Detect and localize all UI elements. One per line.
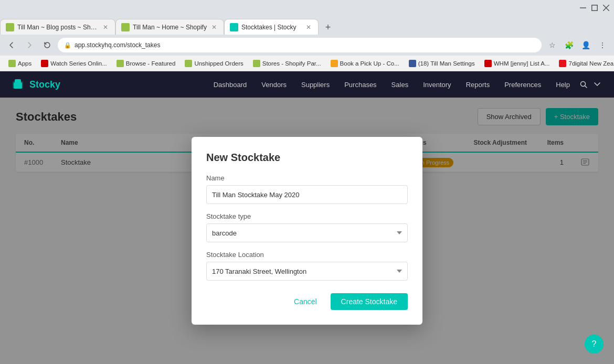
modal-title: New Stocktake	[206, 152, 408, 164]
browser-frame: Till Man ~ Blog posts ~ Shopify ✕ Till M…	[0, 0, 614, 364]
address-text: app.stockyhq.com/stock_takes	[75, 41, 160, 49]
nav-vendors[interactable]: Vendors	[255, 78, 293, 92]
bookmark-stores[interactable]: Stores - Shopify Par...	[249, 58, 325, 69]
bookmark-watch-favicon	[41, 60, 48, 67]
modal-actions: Cancel Create Stocktake	[206, 293, 408, 310]
stocky-logo: Stocky	[10, 77, 60, 92]
bookmarks-bar: Apps Watch Series Onlin... Browse - Feat…	[0, 56, 614, 71]
address-input[interactable]: 🔒 app.stockyhq.com/stock_takes	[58, 38, 542, 52]
bookmark-fb[interactable]: (18) Till Man Settings	[405, 58, 479, 69]
profile-icon[interactable]: 👤	[578, 38, 593, 52]
bookmark-fb-label: (18) Till Man Settings	[418, 60, 475, 67]
bookmark-apps[interactable]: Apps	[4, 58, 36, 69]
nav-search-icon[interactable]	[576, 77, 591, 92]
tab-1-close[interactable]: ✕	[101, 23, 110, 31]
tab-1-title: Till Man ~ Blog posts ~ Shopify	[17, 24, 98, 31]
bookmark-star-icon[interactable]: ☆	[545, 38, 559, 52]
create-stocktake-button[interactable]: Create Stocktake	[331, 293, 408, 310]
bookmark-whm-label: WHM [jenny] List A...	[494, 60, 550, 67]
tab-1[interactable]: Till Man ~ Blog posts ~ Shopify ✕	[0, 19, 115, 35]
bookmark-book-label: Book a Pick Up - Co...	[340, 60, 399, 67]
bookmark-watch[interactable]: Watch Series Onlin...	[37, 58, 111, 69]
bookmark-whm-favicon	[484, 60, 492, 67]
extensions-icon[interactable]: 🧩	[562, 38, 576, 52]
cancel-button[interactable]: Cancel	[285, 293, 325, 310]
location-label: Stocktake Location	[206, 251, 408, 259]
forward-button[interactable]	[22, 38, 37, 52]
new-tab-button[interactable]: +	[321, 20, 335, 35]
nav-suppliers[interactable]: Suppliers	[295, 78, 336, 92]
address-bar: 🔒 app.stockyhq.com/stock_takes ☆ 🧩 👤 ⋮	[0, 35, 614, 56]
nav-links: Dashboard Vendors Suppliers Purchases Sa…	[207, 78, 576, 92]
bookmark-book-favicon	[331, 60, 338, 67]
maximize-button[interactable]	[591, 4, 598, 12]
svg-line-8	[585, 86, 587, 88]
more-options-icon[interactable]: ⋮	[595, 38, 610, 52]
tab-3-title: Stocktakes | Stocky	[241, 24, 301, 31]
bookmark-unshipped-label: Unshipped Orders	[194, 60, 243, 67]
location-field-group: Stocktake Location 170 Taranaki Street, …	[206, 251, 408, 281]
bookmark-book[interactable]: Book a Pick Up - Co...	[326, 58, 404, 69]
bookmark-browse-label: Browse - Featured	[126, 60, 176, 67]
nav-dropdown-icon[interactable]	[591, 77, 604, 92]
bookmark-stores-favicon	[253, 60, 260, 67]
bookmark-unshipped[interactable]: Unshipped Orders	[181, 58, 247, 69]
type-field-group: Stocktake type barcode manual	[206, 212, 408, 242]
bookmark-fb-favicon	[409, 60, 416, 67]
reload-button[interactable]	[40, 38, 55, 52]
modal-overlay: New Stocktake Name Stocktake type barcod…	[0, 98, 614, 364]
stocky-navbar: Stocky Dashboard Vendors Suppliers Purch…	[0, 71, 614, 98]
svg-rect-1	[592, 5, 598, 11]
tab-3[interactable]: Stocktakes | Stocky ✕	[224, 19, 319, 35]
name-label: Name	[206, 174, 408, 182]
bookmark-apps-label: Apps	[18, 60, 31, 67]
stocky-logo-text: Stocky	[29, 79, 60, 90]
bookmark-browse[interactable]: Browse - Featured	[112, 58, 180, 69]
bookmark-stores-label: Stores - Shopify Par...	[262, 60, 321, 67]
tab-2-title: Till Man ~ Home ~ Shopify	[133, 24, 207, 31]
nav-sales[interactable]: Sales	[385, 78, 415, 92]
nav-reports[interactable]: Reports	[460, 78, 496, 92]
tab-bar: Till Man ~ Blog posts ~ Shopify ✕ Till M…	[0, 16, 614, 35]
location-select[interactable]: 170 Taranaki Street, Wellington	[206, 262, 408, 281]
svg-rect-6	[14, 82, 22, 89]
bookmark-7d-favicon	[559, 60, 566, 67]
app-content: Stocky Dashboard Vendors Suppliers Purch…	[0, 71, 614, 364]
bookmark-whm[interactable]: WHM [jenny] List A...	[480, 58, 554, 69]
name-input[interactable]	[206, 185, 408, 204]
lock-icon: 🔒	[64, 42, 71, 49]
type-select[interactable]: barcode manual	[206, 223, 408, 242]
nav-help[interactable]: Help	[549, 78, 576, 92]
title-bar	[0, 0, 614, 16]
minimize-button[interactable]	[579, 4, 587, 12]
nav-purchases[interactable]: Purchases	[338, 78, 383, 92]
tab-1-favicon	[6, 23, 14, 31]
bookmark-browse-favicon	[117, 60, 124, 67]
nav-dashboard[interactable]: Dashboard	[207, 78, 253, 92]
tab-2-close[interactable]: ✕	[210, 23, 218, 31]
new-stocktake-modal: New Stocktake Name Stocktake type barcod…	[192, 137, 422, 325]
tab-2-favicon	[121, 23, 130, 31]
tab-2[interactable]: Till Man ~ Home ~ Shopify ✕	[115, 19, 224, 35]
help-button[interactable]: ?	[585, 335, 604, 354]
bookmark-apps-favicon	[8, 60, 16, 67]
main-content: Stocktakes Show Archived + Stocktake No.…	[0, 98, 614, 364]
nav-inventory[interactable]: Inventory	[417, 78, 457, 92]
close-button[interactable]	[602, 4, 610, 12]
bookmark-7d-label: 7digital New Zealan...	[568, 60, 614, 67]
tab-3-close[interactable]: ✕	[304, 23, 313, 31]
back-button[interactable]	[4, 38, 19, 52]
type-label: Stocktake type	[206, 212, 408, 220]
tab-3-favicon	[230, 23, 238, 31]
name-field-group: Name	[206, 174, 408, 204]
bookmark-watch-label: Watch Series Onlin...	[50, 60, 107, 67]
bookmark-unshipped-favicon	[185, 60, 192, 67]
bookmark-7d[interactable]: 7digital New Zealan...	[555, 58, 614, 69]
nav-preferences[interactable]: Preferences	[498, 78, 547, 92]
